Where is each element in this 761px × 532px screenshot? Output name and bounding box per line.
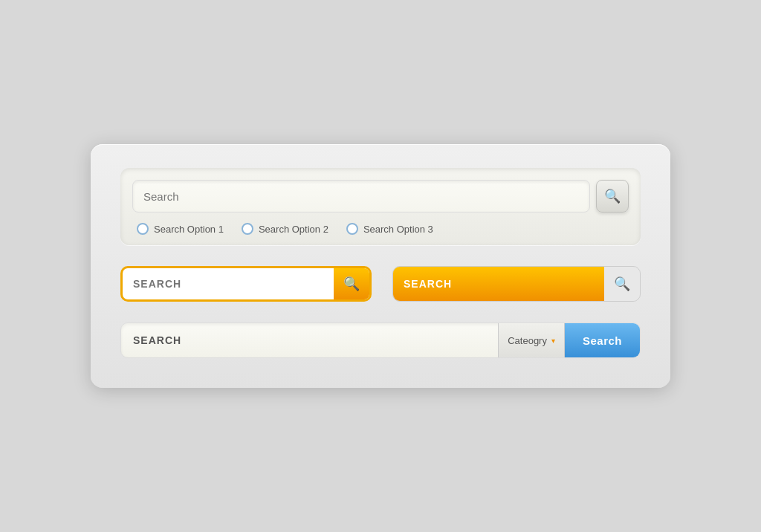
search-bar-2a: 🔍	[120, 266, 372, 302]
radio-option-3[interactable]: Search Option 3	[346, 223, 433, 235]
search-bar-2b: 🔍	[392, 266, 641, 302]
main-card: 🔍 Search Option 1 Search Option 2 Search…	[91, 144, 670, 388]
radio-option-2[interactable]: Search Option 2	[242, 223, 328, 235]
search-input-3[interactable]	[121, 323, 498, 357]
search-button-2b[interactable]: 🔍	[604, 267, 640, 301]
radio-option-1[interactable]: Search Option 1	[137, 223, 224, 235]
radio-label-2: Search Option 2	[259, 224, 328, 235]
search-button-1[interactable]: 🔍	[596, 180, 629, 213]
search-button-2a[interactable]: 🔍	[334, 268, 369, 299]
search-section-3: Cateogry ▾ Search	[120, 322, 641, 358]
search-icon-1: 🔍	[604, 188, 621, 204]
radio-label-3: Search Option 3	[363, 224, 433, 235]
search-bar-1: 🔍	[132, 180, 629, 213]
search-input-2b[interactable]	[393, 267, 604, 301]
search-button-3-label: Search	[583, 334, 622, 347]
radio-options-row: Search Option 1 Search Option 2 Search O…	[132, 223, 629, 235]
radio-circle-2	[242, 223, 253, 235]
search-input-2a[interactable]	[123, 268, 334, 299]
radio-circle-3	[346, 223, 358, 235]
dropdown-arrow-icon: ▾	[551, 337, 555, 345]
search-input-1[interactable]	[132, 180, 590, 213]
search-icon-2a: 🔍	[343, 276, 360, 292]
category-label: Cateogry	[508, 335, 547, 346]
category-dropdown[interactable]: Cateogry ▾	[498, 323, 565, 357]
search-section-2: 🔍 🔍	[120, 266, 641, 302]
search-button-3[interactable]: Search	[565, 323, 640, 357]
radio-label-1: Search Option 1	[154, 224, 224, 235]
search-section-1: 🔍 Search Option 1 Search Option 2 Search…	[120, 168, 641, 245]
radio-circle-1	[137, 223, 149, 235]
search-icon-2b: 🔍	[614, 276, 630, 292]
